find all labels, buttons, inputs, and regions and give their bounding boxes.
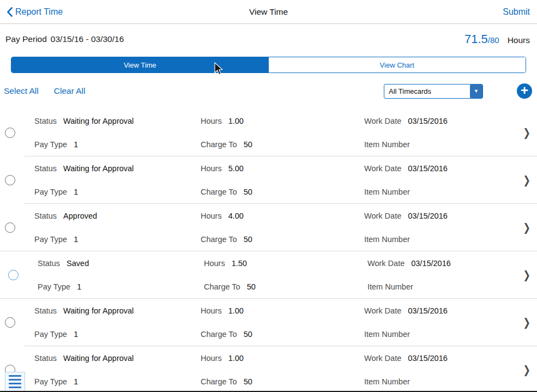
work-date-value: 03/15/2016 [411, 259, 451, 268]
row-select-radio[interactable] [8, 270, 19, 280]
timecard-row[interactable]: StatusWaiting for Approval Pay Type1 Hou… [0, 156, 537, 204]
back-button[interactable]: Report Time [7, 7, 63, 17]
status-value: Saved [67, 259, 89, 268]
status-label: Status [34, 354, 57, 363]
status-value: Waiting for Approval [63, 354, 134, 363]
pay-type-value: 1 [74, 330, 78, 339]
hours-reported: 71.5 [464, 32, 488, 46]
pay-type-label: Pay Type [34, 235, 67, 244]
hours-summary: 71.5 /80 Hours [464, 32, 530, 46]
row-disclosure-icon: ❯ [523, 126, 530, 140]
pay-type-label: Pay Type [34, 188, 67, 196]
status-label: Status [34, 117, 57, 125]
tab-view-chart[interactable]: View Chart [269, 57, 526, 73]
work-date-value: 03/15/2016 [408, 212, 448, 220]
status-label: Status [34, 164, 57, 173]
row-select-radio[interactable] [5, 222, 15, 233]
work-date-label: Work Date [367, 259, 405, 268]
work-date-value: 03/15/2016 [408, 306, 448, 315]
item-number-label: Item Number [364, 377, 410, 386]
timecard-row-selected[interactable]: StatusSaved Pay Type1 Hours1.50 Charge T… [0, 251, 537, 299]
select-all-link[interactable]: Select All [4, 86, 39, 96]
row-select-radio[interactable] [5, 128, 15, 138]
timecard-filter-value: All Timecards [384, 87, 470, 95]
hours-value: 1.00 [228, 306, 244, 315]
pay-period-bar: Pay Period 03/15/16 - 03/30/16 71.5 /80 … [0, 24, 537, 54]
charge-to-label: Charge To [201, 140, 237, 149]
selection-toolbar: Select All Clear All All Timecards ▼ + [0, 73, 537, 109]
page-title: View Time [0, 7, 537, 17]
charge-to-value: 50 [247, 282, 256, 291]
work-date-label: Work Date [364, 212, 401, 220]
row-select-radio[interactable] [5, 317, 15, 328]
hours-label: Hours [201, 117, 222, 125]
charge-to-value: 50 [244, 140, 252, 149]
pay-type-value: 1 [74, 188, 78, 196]
charge-to-label: Charge To [201, 235, 237, 244]
menu-button[interactable] [5, 372, 25, 391]
dropdown-arrow-icon: ▼ [470, 85, 482, 98]
timecard-row[interactable]: StatusWaiting for Approval Pay Type1 Hou… [0, 109, 537, 156]
clear-all-link[interactable]: Clear All [54, 86, 86, 96]
status-value: Waiting for Approval [63, 306, 134, 315]
charge-to-value: 50 [244, 377, 252, 386]
charge-to-value: 50 [244, 235, 252, 244]
hamburger-icon [9, 375, 21, 377]
add-timecard-button[interactable]: + [517, 83, 532, 99]
item-number-label: Item Number [367, 282, 413, 291]
work-date-label: Work Date [364, 354, 401, 363]
timecard-row[interactable]: StatusWaiting for Approval Pay Type1 Hou… [0, 346, 537, 392]
charge-to-value: 50 [244, 330, 252, 339]
pay-type-label: Pay Type [34, 140, 67, 149]
hours-label: Hours [201, 354, 222, 363]
row-disclosure-icon: ❯ [523, 364, 530, 377]
item-number-label: Item Number [364, 140, 410, 149]
hours-label: Hours [201, 164, 222, 173]
status-label: Status [34, 306, 57, 315]
charge-to-label: Charge To [204, 282, 240, 291]
row-disclosure-icon: ❯ [523, 221, 530, 234]
charge-to-label: Charge To [201, 188, 237, 196]
hours-label: Hours [201, 212, 222, 220]
hours-value: 1.00 [228, 354, 244, 363]
hours-value: 5.00 [228, 164, 244, 173]
status-label: Status [38, 259, 60, 268]
row-select-radio[interactable] [5, 175, 15, 185]
hours-value: 1.50 [232, 259, 247, 268]
work-date-value: 03/15/2016 [408, 354, 448, 363]
back-button-label: Report Time [15, 7, 63, 17]
timecard-row[interactable]: StatusApproved Pay Type1 Hours4.00 Charg… [0, 204, 537, 251]
hours-value: 4.00 [228, 212, 244, 220]
pay-type-value: 1 [74, 377, 78, 386]
tab-view-time[interactable]: View Time [11, 57, 269, 73]
charge-to-label: Charge To [201, 377, 237, 386]
pay-period-label: Pay Period [5, 34, 47, 44]
hours-label: Hours [201, 306, 222, 315]
hours-unit-label: Hours [508, 35, 530, 45]
pay-type-label: Pay Type [34, 330, 67, 339]
pay-period-range: 03/15/16 - 03/30/16 [51, 34, 124, 44]
navbar: View Time Report Time Submit [0, 0, 537, 24]
status-value: Waiting for Approval [63, 164, 134, 173]
timecard-row[interactable]: StatusWaiting for Approval Pay Type1 Hou… [0, 299, 537, 346]
timecard-filter-dropdown[interactable]: All Timecards ▼ [384, 84, 483, 99]
row-disclosure-icon: ❯ [523, 316, 530, 329]
back-chevron-icon [7, 7, 13, 17]
pay-type-label: Pay Type [38, 282, 70, 291]
row-disclosure-icon: ❯ [523, 269, 530, 282]
work-date-label: Work Date [364, 306, 401, 315]
pay-type-value: 1 [74, 140, 78, 149]
row-disclosure-icon: ❯ [523, 174, 530, 187]
view-toggle: View Time View Chart [11, 57, 526, 73]
work-date-value: 03/15/2016 [408, 117, 448, 125]
charge-to-value: 50 [244, 188, 252, 196]
status-value: Approved [63, 212, 97, 220]
item-number-label: Item Number [364, 235, 410, 244]
submit-button[interactable]: Submit [503, 7, 530, 17]
status-value: Waiting for Approval [63, 117, 134, 125]
pay-type-label: Pay Type [34, 377, 67, 386]
hours-total: /80 [488, 35, 499, 45]
work-date-value: 03/15/2016 [408, 164, 448, 173]
hours-value: 1.00 [228, 117, 244, 125]
pay-period-text: Pay Period 03/15/16 - 03/30/16 [5, 34, 124, 44]
